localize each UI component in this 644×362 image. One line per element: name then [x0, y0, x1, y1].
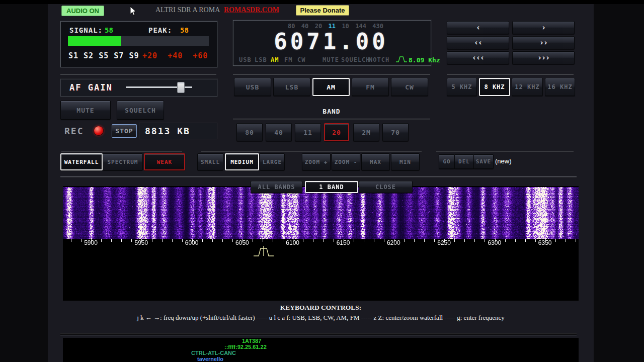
- donate-button[interactable]: Please Donate: [296, 5, 349, 16]
- zoom-out-button[interactable]: ZOOM -: [332, 153, 360, 170]
- waterfall-scale-label: 6350: [538, 239, 552, 246]
- chat-line: CTRL-ATL-CANC: [191, 350, 579, 356]
- mode-cw-button[interactable]: CW: [391, 78, 428, 96]
- waterfall-canvas[interactable]: [63, 187, 579, 243]
- vfo-squelch-tag[interactable]: SQUELCH: [341, 56, 370, 63]
- chat-line: tavernello: [197, 356, 579, 362]
- audio-on-button[interactable]: AUDIO ON: [61, 6, 104, 16]
- smeter-scale-plus: +20 +40 +60: [142, 51, 208, 60]
- band-40-button[interactable]: 40: [266, 123, 292, 141]
- bw-8khz-button-selected[interactable]: 8 KHZ: [479, 78, 510, 96]
- bw-12khz-button[interactable]: 12 KHZ: [512, 78, 543, 96]
- waterfall-scale-label: 6300: [488, 239, 502, 246]
- vfo-mode-fm[interactable]: FM: [284, 56, 292, 63]
- vfo-mute-tag[interactable]: MUTE: [323, 56, 339, 63]
- waterfall-scale-label: 6200: [387, 239, 400, 246]
- band-80-button[interactable]: 80: [236, 123, 263, 141]
- band-2m-button[interactable]: 2M: [353, 123, 379, 141]
- romasdr-link[interactable]: ROMASDR.COM: [224, 6, 279, 14]
- keyboard-help-title: KEYBOARD CONTROLS:: [63, 304, 579, 312]
- mode-am-button-selected[interactable]: AM: [312, 78, 350, 96]
- vfo-mode-cw[interactable]: CW: [297, 56, 305, 63]
- freq-up-button[interactable]: ›: [512, 21, 575, 34]
- rec-label: REC: [64, 126, 84, 136]
- af-gain-label: AF GAIN: [69, 82, 113, 93]
- memory-del-button[interactable]: DEL: [454, 154, 474, 169]
- squelch-button[interactable]: SQUELCH: [117, 101, 164, 120]
- freq-up-faster-button[interactable]: ›››: [512, 51, 575, 64]
- scale-s2: S2: [84, 51, 94, 60]
- smeter-bar-fill: [68, 36, 121, 46]
- freq-down-button[interactable]: ‹: [447, 21, 509, 34]
- scale-p60: +60: [193, 51, 208, 60]
- chat-box[interactable]: 1AT387::ffff:92.25.61.22CTRL-ATL-CANCtav…: [63, 338, 579, 362]
- bw-16khz-button[interactable]: 16 KHZ: [545, 78, 575, 96]
- vfo-mode-am-active[interactable]: AM: [271, 56, 279, 63]
- separator-size-group: [201, 151, 422, 152]
- waterfall-scale-label: 6000: [185, 239, 199, 246]
- filter-width-value: 8.09 Khz: [409, 56, 440, 64]
- af-gain-thumb[interactable]: [177, 82, 185, 93]
- top-black-strip: [0, 0, 644, 4]
- keyboard-help-body: j k ← →: freq down/up (+shift/ctrl/alt f…: [63, 314, 579, 322]
- spectrum-view-button[interactable]: SPECTRUM: [103, 153, 143, 170]
- signal-label: SIGNAL:: [69, 26, 103, 34]
- band-label: BAND: [233, 108, 430, 115]
- vfo-notch-tag[interactable]: NOTCH: [369, 56, 389, 63]
- waterfall-view-button-selected[interactable]: WATERFALL: [60, 153, 103, 170]
- band-70-button[interactable]: 70: [382, 123, 409, 141]
- weak-button-selected[interactable]: WEAK: [144, 153, 185, 170]
- memory-go-button[interactable]: GO: [439, 154, 455, 169]
- scale-p40: +40: [168, 51, 183, 60]
- smeter-bar-track: [68, 36, 209, 46]
- all-bands-button[interactable]: ALL BANDS: [251, 181, 302, 193]
- close-waterfall-button[interactable]: CLOSE: [359, 181, 413, 193]
- chat-line: ::ffff:92.25.61.22: [224, 344, 579, 350]
- mode-usb-button[interactable]: USB: [234, 78, 271, 96]
- memory-new-note: (new): [495, 157, 512, 165]
- freq-down-fast-button[interactable]: ‹‹: [447, 36, 509, 49]
- separator-view-group: [61, 151, 182, 152]
- rec-size-value: 8813 KB: [145, 126, 190, 136]
- freq-down-faster-button[interactable]: ‹‹‹: [447, 51, 509, 64]
- freq-up-fast-button[interactable]: ››: [512, 36, 575, 49]
- waterfall-scale-label: 6250: [437, 239, 451, 246]
- waterfall-scale-label: 6150: [337, 239, 350, 246]
- zoom-in-button[interactable]: ZOOM +: [302, 153, 331, 170]
- band-20-button-selected[interactable]: 20: [324, 123, 349, 141]
- vfo-mode-usb[interactable]: USB: [239, 56, 252, 63]
- vfo-mode-lsb[interactable]: LSB: [255, 56, 267, 63]
- waterfall-scale: 5900595060006050610061506200625063006350: [63, 239, 579, 247]
- scale-s1: S1: [68, 51, 78, 60]
- mute-button[interactable]: MUTE: [60, 101, 111, 120]
- rec-led[interactable]: [94, 126, 104, 136]
- tuned-filter-icon: [253, 245, 275, 257]
- smeter-scale: S1 S2 S5 S7 S9: [68, 51, 139, 60]
- separator-memory-group: [436, 151, 574, 152]
- separator-waterfall: [60, 176, 577, 177]
- one-band-button-selected[interactable]: 1 BAND: [305, 181, 358, 193]
- size-large-button[interactable]: LARGE: [260, 153, 285, 170]
- mode-fm-button[interactable]: FM: [352, 78, 389, 96]
- band-11-button[interactable]: 11: [295, 123, 321, 141]
- memory-save-button[interactable]: SAVE: [473, 154, 494, 169]
- separator-right: [447, 74, 574, 75]
- mouse-cursor: [130, 6, 137, 17]
- other-sdr-text: ALTRI SDR A ROMA ROMASDR.COM: [155, 6, 279, 14]
- size-small-button[interactable]: SMALL: [197, 153, 223, 170]
- stop-button[interactable]: STOP: [112, 124, 137, 138]
- scale-s7: S7: [114, 51, 124, 60]
- mode-lsb-button[interactable]: LSB: [273, 78, 310, 96]
- scale-p20: +20: [142, 51, 157, 60]
- waterfall-scale-label: 6050: [235, 239, 249, 246]
- waterfall-scale-label: 5900: [84, 239, 98, 246]
- zoom-max-button[interactable]: MAX: [361, 153, 390, 170]
- keyboard-help: KEYBOARD CONTROLS: j k ← →: freq down/up…: [63, 304, 579, 322]
- zoom-min-button[interactable]: MIN: [391, 153, 420, 170]
- waterfall-scale-label: 6100: [286, 239, 299, 246]
- size-medium-button-selected[interactable]: MEDIUM: [225, 153, 259, 170]
- other-sdr-label: ALTRI SDR A ROMA: [155, 6, 219, 14]
- frequency-readout: 6071.00: [233, 29, 429, 54]
- bw-5khz-button[interactable]: 5 KHZ: [447, 78, 477, 96]
- filter-shape-icon: [395, 55, 408, 63]
